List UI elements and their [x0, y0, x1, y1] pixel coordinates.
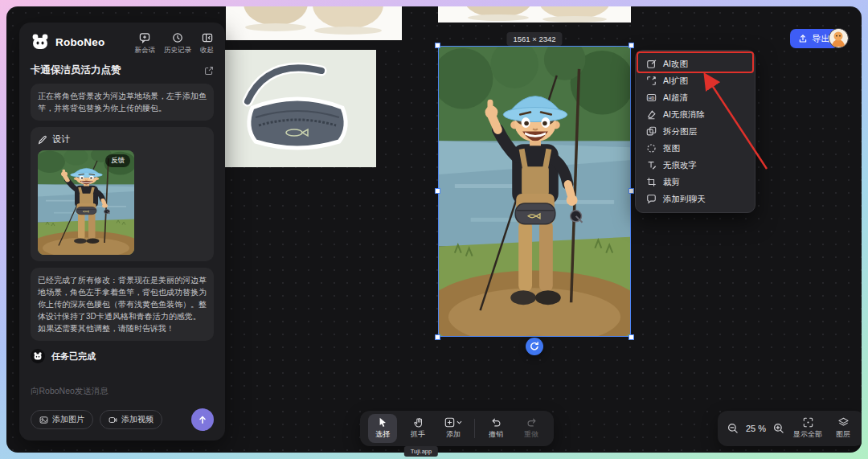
user-avatar[interactable] [829, 28, 849, 48]
assistant-result-message: 已经完成了所有修改：背景现在是美丽的河边草地场景，角色左手拿着鱼竿，背包也成功替… [31, 268, 214, 341]
history-icon [172, 32, 183, 43]
layers-icon [838, 417, 849, 428]
collapse-sidebar-button[interactable]: 收起 [200, 32, 214, 55]
menu-item-ai-hd[interactable]: HD AI超清 [641, 89, 750, 106]
chat-sidebar: RoboNeo 新会话 [19, 23, 225, 441]
brand: RoboNeo [31, 32, 104, 51]
send-arrow-icon [198, 415, 207, 424]
chat-icon [646, 194, 657, 204]
hd-icon: HD [646, 92, 657, 103]
footer-badge: Tuji.app [404, 446, 438, 457]
text-edit-icon [646, 160, 657, 170]
menu-item-ai-edit[interactable]: AI改图 [641, 55, 750, 72]
menu-item-cutout[interactable]: 抠图 [641, 140, 750, 157]
selection-handle-mid-right[interactable] [628, 188, 634, 194]
svg-text:HD: HD [649, 96, 655, 100]
tool-redo[interactable]: 重做 [517, 414, 546, 443]
zoom-toolbar: 25 % 显示全部 [718, 411, 862, 446]
page-background: 1561 × 2342 [0, 0, 868, 459]
menu-item-add-to-chat[interactable]: 添加到聊天 [641, 191, 750, 207]
zoom-in-button[interactable] [773, 423, 784, 434]
canvas-image-waist-bag[interactable] [219, 50, 376, 167]
history-button[interactable]: 历史记录 [164, 32, 191, 55]
add-icon [444, 417, 455, 428]
cutout-icon [646, 143, 657, 154]
design-pen-icon [38, 135, 47, 145]
hand-icon [413, 417, 424, 428]
selection-handle-top-left[interactable] [435, 43, 440, 48]
tool-hand[interactable]: 抓手 [403, 414, 432, 443]
regenerate-button[interactable] [526, 338, 543, 355]
design-label: 设计 [52, 133, 70, 145]
task-status-label: 任务已完成 [51, 350, 96, 363]
session-title: 卡通保洁员活力点赞 [31, 64, 121, 77]
selection-handle-mid-left[interactable] [435, 188, 440, 194]
collapse-icon [202, 32, 213, 43]
image-icon [39, 416, 48, 424]
menu-item-ai-expand[interactable]: AI扩图 [641, 72, 750, 89]
app-window: 1561 × 2342 [6, 6, 862, 453]
canvas-toolbar: 选择 抓手 添加 [360, 411, 554, 446]
add-video-button[interactable]: 添加视频 [100, 410, 162, 429]
roboneo-mini-icon [31, 349, 45, 363]
zoom-out-icon [727, 423, 739, 434]
erase-icon [646, 109, 657, 120]
zoom-in-icon [773, 423, 784, 434]
composer: 添加图片 添加视频 [31, 383, 214, 431]
selection-handle-bottom-right[interactable] [628, 334, 634, 340]
brand-name: RoboNeo [55, 36, 104, 48]
design-card: 设计 反馈 [31, 127, 214, 261]
tool-undo[interactable]: 撤销 [481, 414, 510, 443]
edit-icon [646, 59, 657, 69]
video-icon [108, 416, 117, 424]
crop-icon [646, 177, 657, 187]
expand-icon [646, 76, 657, 86]
zoom-out-button[interactable] [727, 423, 739, 434]
layers-button[interactable]: 图层 [831, 414, 855, 443]
split-layers-icon [646, 126, 657, 137]
share-icon[interactable] [204, 66, 214, 76]
new-chat-button[interactable]: 新会话 [135, 32, 156, 55]
canvas-context-menu: AI改图 AI扩图 HD AI超清 [635, 50, 755, 213]
fit-view-icon [803, 417, 813, 428]
menu-item-text-edit[interactable]: 无痕改字 [641, 157, 750, 174]
refresh-icon [530, 342, 539, 351]
cartoon-fisher-boy-image [439, 47, 630, 336]
menu-item-split-layers[interactable]: 拆分图层 [641, 123, 750, 140]
selection-handle-top-right[interactable] [628, 43, 634, 48]
canvas-image-product-strip-top[interactable] [438, 6, 631, 23]
selection-size-badge: 1561 × 2342 [506, 32, 562, 46]
new-chat-icon [139, 32, 150, 43]
roboneo-logo-icon [31, 32, 50, 51]
tool-select[interactable]: 选择 [368, 414, 397, 443]
export-icon [798, 34, 808, 43]
canvas-image-product-strip-left[interactable] [226, 6, 402, 40]
menu-item-crop[interactable]: 裁剪 [641, 174, 750, 191]
fit-view-button[interactable]: 显示全部 [792, 414, 824, 443]
add-image-button[interactable]: 添加图片 [31, 410, 93, 429]
cursor-icon [378, 417, 388, 428]
redo-icon [526, 417, 537, 428]
tool-add[interactable]: 添加 [439, 414, 468, 443]
message-input[interactable] [31, 386, 214, 395]
selected-canvas-image[interactable] [438, 46, 631, 337]
send-button[interactable] [191, 408, 214, 431]
feedback-badge[interactable]: 反馈 [105, 154, 130, 167]
selection-handle-bottom-left[interactable] [435, 334, 440, 340]
menu-item-ai-erase[interactable]: AI无痕消除 [641, 106, 750, 123]
toolbar-divider [474, 419, 475, 438]
task-status-row: 任务已完成 [31, 349, 214, 363]
zoom-level: 25 % [746, 424, 766, 433]
chevron-down-icon [457, 420, 462, 424]
undo-icon [491, 417, 502, 428]
assistant-progress-message: 正在将角色背景改为河边草地场景，左手添加鱼竿，并将背包替换为你上传的腰包。 [31, 84, 214, 121]
design-thumbnail[interactable]: 反馈 [38, 150, 134, 255]
